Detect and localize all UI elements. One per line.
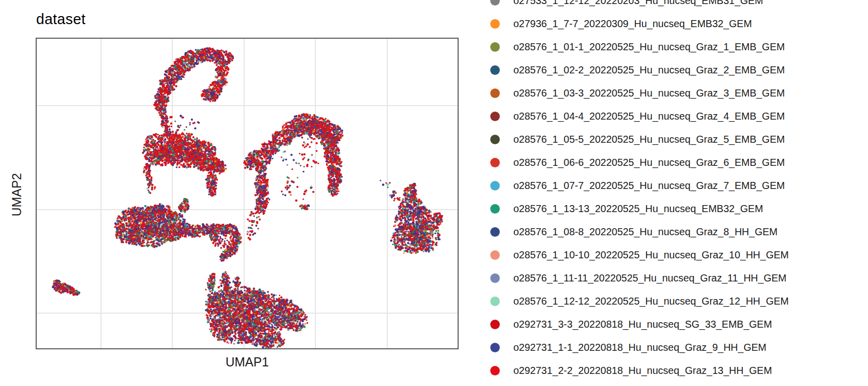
legend-item: o28576_1_03-3_20220525_Hu_nucseq_Graz_3_… [485, 81, 797, 105]
legend-label: o28576_1_12-12_20220525_Hu_nucseq_Graz_1… [513, 296, 789, 307]
legend-item: o28576_1_10-10_20220525_Hu_nucseq_Graz_1… [485, 243, 797, 266]
legend-label: o28576_1_08-8_20220525_Hu_nucseq_Graz_8_… [513, 226, 778, 238]
legend-item: o28576_1_07-7_20220525_Hu_nucseq_Graz_7_… [485, 174, 797, 197]
legend-item: o292731_2-2_20220818_Hu_nucseq_Graz_13_H… [485, 359, 797, 382]
legend-label: o27936_1_7-7_20220309_Hu_nucseq_EMB32_GE… [513, 18, 752, 30]
legend-color-dot [490, 88, 500, 98]
legend-item: o28576_1_01-1_20220525_Hu_nucseq_Graz_1_… [485, 35, 797, 58]
legend: o27533_1_12-12_20220203_Hu_nucseq_EMB31_… [485, 0, 797, 382]
legend-color-dot [490, 204, 500, 214]
legend-item: o292731_1-1_20220818_Hu_nucseq_Graz_9_HH… [485, 336, 797, 359]
legend-color-dot [490, 320, 500, 329]
legend-item: o28576_1_13-13_20220525_Hu_nucseq_EMB32_… [485, 197, 797, 220]
legend-color-dot [490, 273, 500, 283]
legend-color-dot [490, 65, 500, 75]
legend-item: o28576_1_08-8_20220525_Hu_nucseq_Graz_8_… [485, 220, 797, 243]
legend-label: o28576_1_06-6_20220525_Hu_nucseq_Graz_6_… [513, 157, 785, 168]
legend-item: o28576_1_12-12_20220525_Hu_nucseq_Graz_1… [485, 290, 797, 313]
legend-item: o28576_1_11-11_20220525_Hu_nucseq_Graz_1… [485, 266, 797, 290]
legend-label: o28576_1_05-5_20220525_Hu_nucseq_Graz_5_… [513, 134, 785, 145]
legend-item: o28576_1_06-6_20220525_Hu_nucseq_Graz_6_… [485, 151, 797, 174]
legend-label: o292731_3-3_20220818_Hu_nucseq_SG_33_EMB… [513, 319, 772, 330]
legend-label: o28576_1_01-1_20220525_Hu_nucseq_Graz_1_… [513, 41, 785, 53]
legend-color-dot [490, 297, 500, 306]
legend-label: o28576_1_13-13_20220525_Hu_nucseq_EMB32_… [513, 203, 763, 215]
legend-color-dot [490, 343, 500, 352]
legend-color-dot [490, 250, 500, 260]
legend-item: o28576_1_05-5_20220525_Hu_nucseq_Graz_5_… [485, 128, 797, 151]
legend-color-dot [490, 19, 500, 29]
legend-color-dot [490, 181, 500, 190]
umap-scatter-canvas [37, 39, 458, 348]
plot-panel [36, 38, 459, 349]
legend-color-dot [490, 366, 500, 375]
legend-label: o28576_1_02-2_20220525_Hu_nucseq_Graz_2_… [513, 64, 785, 76]
legend-label: o28576_1_04-4_20220525_Hu_nucseq_Graz_4_… [513, 111, 785, 122]
legend-label: o292731_2-2_20220818_Hu_nucseq_Graz_13_H… [513, 365, 772, 376]
legend-label: o28576_1_07-7_20220525_Hu_nucseq_Graz_7_… [513, 180, 785, 191]
legend-color-dot [490, 0, 500, 6]
legend-item: o28576_1_02-2_20220525_Hu_nucseq_Graz_2_… [485, 58, 797, 81]
legend-item: o27936_1_7-7_20220309_Hu_nucseq_EMB32_GE… [485, 12, 797, 35]
legend-label: o28576_1_11-11_20220525_Hu_nucseq_Graz_1… [513, 272, 787, 284]
legend-color-dot [490, 158, 500, 167]
legend-color-dot [490, 42, 500, 52]
legend-item: o28576_1_04-4_20220525_Hu_nucseq_Graz_4_… [485, 105, 797, 128]
legend-label: o292731_1-1_20220818_Hu_nucseq_Graz_9_HH… [513, 342, 767, 353]
plot-title: dataset [36, 11, 86, 28]
legend-label: o27533_1_12-12_20220203_Hu_nucseq_EMB31_… [513, 0, 763, 7]
legend-color-dot [490, 227, 500, 237]
y-axis-label: UMAP2 [10, 165, 24, 225]
legend-label: o28576_1_03-3_20220525_Hu_nucseq_Graz_3_… [513, 87, 785, 99]
legend-item: o27533_1_12-12_20220203_Hu_nucseq_EMB31_… [485, 0, 797, 12]
legend-color-dot [490, 135, 500, 144]
legend-item: o292731_3-3_20220818_Hu_nucseq_SG_33_EMB… [485, 313, 797, 336]
legend-color-dot [490, 112, 500, 121]
x-axis-label: UMAP1 [36, 355, 459, 369]
legend-label: o28576_1_10-10_20220525_Hu_nucseq_Graz_1… [513, 249, 789, 261]
